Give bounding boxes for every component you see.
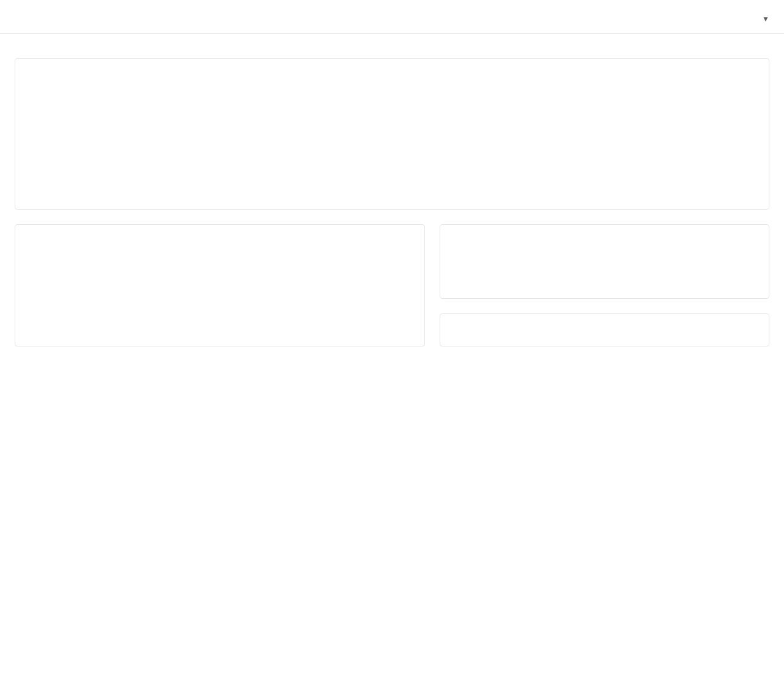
overview-card [15,58,769,210]
top-shorts-card [440,313,769,346]
see-more-link[interactable] [15,189,769,209]
see-more-link[interactable] [30,266,410,271]
views-chart [15,59,769,185]
chevron-down-icon: ▼ [762,15,769,23]
traffic-sources-card [15,224,425,346]
content-type-chips [0,34,784,53]
chose-to-view-card [440,224,769,299]
date-range-picker[interactable]: ▼ [747,10,769,33]
viewed-swiped-bar [455,252,754,258]
see-more-link[interactable] [455,269,754,284]
